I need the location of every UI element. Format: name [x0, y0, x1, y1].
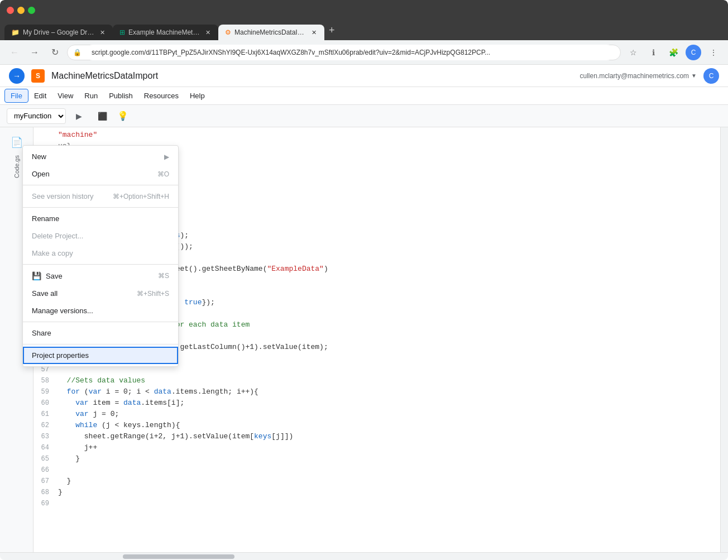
menu-item-help[interactable]: Help — [184, 89, 210, 102]
save-icon: 💾 — [32, 271, 41, 280]
app-title: MachineMetricsDataImport — [51, 71, 573, 81]
vertical-scrollbar[interactable] — [720, 127, 728, 552]
menu-save-all-shortcut: ⌘+Shift+S — [137, 290, 169, 298]
sidebar-file-label[interactable]: Code.gs — [13, 155, 20, 178]
app-area: → S MachineMetricsDataImport cullen.mcla… — [0, 65, 728, 560]
address-bar: ← → ↻ 🔒 ☆ ℹ 🧩 C ⋮ — [0, 40, 728, 65]
tab-example-label: Example MachineMetrics Impo… — [128, 28, 201, 36]
code-line-prefix-1: "machine" — [33, 130, 720, 141]
main-content: 📄 Code.gs "machine" ue} — [0, 127, 728, 552]
menu-copy-label: Make a copy — [32, 249, 73, 257]
menu-item-publish[interactable]: Publish — [103, 89, 138, 102]
menu-item-resources[interactable]: Resources — [138, 89, 184, 102]
menu-item-file[interactable]: File — [4, 89, 28, 103]
menu-item-edit[interactable]: Edit — [28, 89, 52, 102]
browser-menu-button[interactable]: ⋮ — [706, 45, 721, 60]
menu-save-all-label: Save all — [32, 289, 58, 298]
back-arrow[interactable]: → — [9, 68, 25, 84]
menu-divider-3 — [23, 264, 178, 265]
menu-project-properties-label: Project properties — [32, 351, 89, 360]
menu-option-save-all[interactable]: Save all ⌘+Shift+S — [23, 285, 178, 302]
code-line-60: 60 var item = data.items[i]; — [33, 398, 720, 409]
tab-example-close[interactable]: ✕ — [204, 28, 212, 37]
menu-version-label: See version history — [32, 192, 94, 200]
title-bar — [0, 0, 728, 20]
user-email: cullen.mclarty@machinemetrics.com — [580, 72, 689, 80]
code-line-65: 65 } — [33, 453, 720, 465]
new-tab-button[interactable]: + — [324, 22, 339, 39]
code-line-68: 68 } — [33, 487, 720, 498]
lock-icon: 🔒 — [73, 49, 82, 56]
menu-option-version-history: See version history ⌘+Option+Shift+H — [23, 188, 178, 205]
tab-script-label: MachineMetricsDataImport — [234, 28, 307, 36]
menu-divider-4 — [23, 322, 178, 322]
reload-button[interactable]: ↻ — [47, 45, 63, 60]
user-avatar[interactable]: C — [703, 68, 719, 84]
bookmark-button[interactable]: ☆ — [625, 45, 641, 60]
close-button[interactable] — [7, 7, 14, 14]
menu-divider-5 — [23, 344, 178, 344]
minimize-button[interactable] — [17, 7, 25, 14]
tab-script[interactable]: ⚙ MachineMetricsDataImport ✕ — [218, 25, 324, 40]
code-line-66: 66 — [33, 465, 720, 476]
menu-option-project-properties[interactable]: Project properties — [23, 347, 178, 364]
menu-new-arrow: ▶ — [164, 153, 169, 161]
menu-option-open[interactable]: Open ⌘O — [23, 165, 178, 183]
code-line-69: 69 — [33, 498, 720, 509]
menu-bar: File Edit View Run Publish Resources Hel… — [0, 87, 728, 105]
forward-button[interactable]: → — [27, 45, 42, 60]
menu-item-run[interactable]: Run — [79, 89, 103, 102]
tab-example[interactable]: ⊞ Example MachineMetrics Impo… ✕ — [113, 25, 218, 40]
menu-option-manage-versions[interactable]: Manage versions... — [23, 302, 178, 319]
tab-script-close[interactable]: ✕ — [310, 28, 318, 37]
code-line-58: 58 //Sets data values — [33, 375, 720, 386]
menu-option-rename[interactable]: Rename — [23, 210, 178, 227]
example-favicon: ⊞ — [119, 28, 125, 36]
maximize-button[interactable] — [28, 7, 35, 14]
debug-button[interactable]: ⬛ — [92, 109, 113, 123]
scrollbar-thumb[interactable] — [123, 554, 234, 559]
script-favicon: ⚙ — [225, 28, 231, 36]
horizontal-scrollbar[interactable] — [0, 552, 728, 560]
menu-option-delete: Delete Project... — [23, 227, 178, 245]
code-line-59: 59 for (var i = 0; i < data.items.length… — [33, 386, 720, 398]
menu-option-share[interactable]: Share — [23, 324, 178, 342]
menu-version-shortcut: ⌘+Option+Shift+H — [113, 193, 169, 200]
code-line-63: 63 sheet.getRange(i+2, j+1).setValue(ite… — [33, 431, 720, 442]
browser-user-avatar[interactable]: C — [686, 45, 701, 60]
browser-frame: 📁 My Drive – Google Drive ✕ ⊞ Example Ma… — [0, 0, 728, 560]
file-dropdown-menu: New ▶ Open ⌘O See version history ⌘+Opti… — [22, 145, 179, 367]
address-input[interactable] — [85, 45, 615, 60]
extensions-button[interactable]: 🧩 — [665, 45, 681, 60]
info-button[interactable]: ℹ — [645, 45, 661, 60]
code-line-64: 64 j++ — [33, 442, 720, 453]
menu-open-label: Open — [32, 170, 50, 178]
menu-delete-label: Delete Project... — [32, 232, 84, 240]
toolbar: myFunction ▶ ⬛ 💡 — [0, 105, 728, 127]
function-select[interactable]: myFunction — [7, 108, 66, 124]
menu-save-label: Save — [46, 272, 63, 280]
menu-share-label: Share — [32, 329, 51, 337]
menu-option-save[interactable]: 💾 Save ⌘S — [23, 267, 178, 285]
menu-divider-1 — [23, 185, 178, 185]
menu-open-shortcut: ⌘O — [157, 170, 169, 178]
tab-bar: 📁 My Drive – Google Drive ✕ ⊞ Example Ma… — [0, 20, 728, 40]
menu-item-view[interactable]: View — [52, 89, 79, 102]
traffic-lights — [7, 7, 35, 14]
tab-drive-close[interactable]: ✕ — [99, 28, 106, 37]
run-button[interactable]: ▶ — [70, 109, 88, 123]
app-logo: S — [31, 69, 45, 83]
menu-save-shortcut: ⌘S — [158, 272, 169, 280]
menu-divider-2 — [23, 207, 178, 208]
menu-option-new[interactable]: New ▶ — [23, 148, 178, 165]
dropdown-icon: ▼ — [691, 73, 697, 79]
menu-new-label: New — [32, 152, 46, 161]
app-header: → S MachineMetricsDataImport cullen.mcla… — [0, 65, 728, 87]
back-button[interactable]: ← — [7, 45, 22, 60]
code-line-61: 61 var j = 0; — [33, 409, 720, 420]
tab-drive[interactable]: 📁 My Drive – Google Drive ✕ — [4, 25, 113, 40]
code-line-62: 62 while (j < keys.length){ — [33, 420, 720, 431]
user-info: cullen.mclarty@machinemetrics.com ▼ — [580, 72, 697, 80]
menu-manage-label: Manage versions... — [32, 307, 93, 315]
drive-favicon: 📁 — [11, 28, 20, 36]
